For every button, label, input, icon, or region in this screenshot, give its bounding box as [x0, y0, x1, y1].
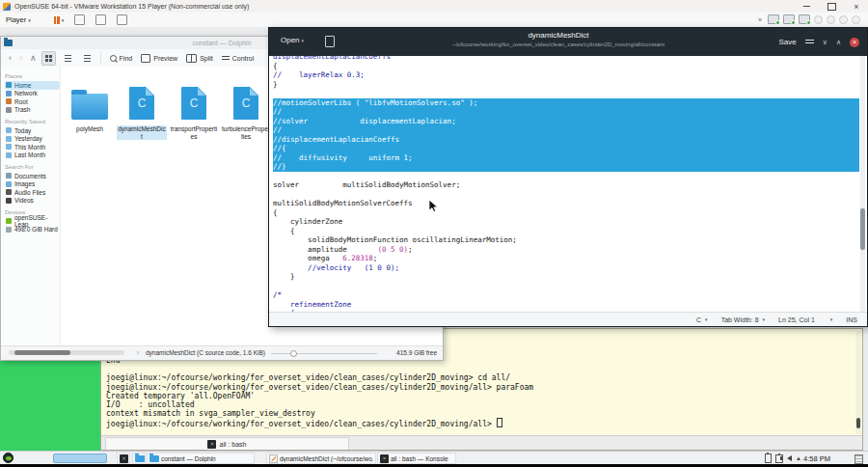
close-button[interactable]: × [845, 0, 868, 13]
code-line [273, 190, 859, 200]
application-launcher-icon[interactable] [3, 453, 14, 463]
taskbar-task-konsole[interactable]: > [117, 453, 130, 464]
save-button[interactable]: Save [779, 38, 797, 46]
desktop-pager[interactable] [53, 453, 107, 463]
player-menu-caret-icon: ▾ [28, 17, 31, 23]
taskbar-task-all-bash-konsole[interactable]: >all : bash — Konsole [377, 453, 456, 464]
send-ctrl-alt-del-icon[interactable] [74, 14, 85, 25]
taskbar-task-constant-dolphin[interactable]: constant — Dolphin [147, 453, 255, 464]
fullscreen-icon[interactable] [95, 14, 106, 25]
editor-scrollbar-thumb[interactable] [860, 208, 865, 250]
calendar-icon [6, 144, 12, 150]
vmware-titlebar: OpenSUSE 64-bit - VMware Workstation 15 … [0, 0, 868, 14]
extra-device-icon[interactable] [852, 15, 860, 24]
horizontal-scrollbar[interactable] [9, 350, 124, 355]
search-icon [110, 55, 117, 62]
network-device-icon[interactable] [799, 14, 810, 24]
cdrom-device-icon[interactable] [783, 14, 795, 24]
tray-expand-icon[interactable]: ▲ [796, 455, 801, 461]
sidebar-item-trash[interactable]: Trash [5, 106, 60, 115]
sidebar-item-audio-files[interactable]: Audio Files [5, 188, 60, 197]
open-button[interactable]: Open▾ [281, 36, 304, 44]
sidebar-item-label: Home [14, 82, 31, 89]
file-item-polyMesh[interactable]: polyMesh [65, 84, 115, 133]
sidebar-item-498-0-gib-hard[interactable]: 498.0 GiB Hard [5, 226, 60, 234]
file-item-dynamicMeshDict[interactable]: CdynamicMeshDict [117, 84, 167, 140]
split-button[interactable]: Split [186, 54, 213, 63]
battery-icon[interactable] [765, 453, 772, 463]
control-button[interactable]: Control [222, 55, 255, 62]
code-line: // [273, 125, 859, 135]
minimize-button[interactable] [795, 0, 818, 13]
panel-toggle-icon[interactable] [854, 454, 863, 464]
sidebar-item-images[interactable]: Images [5, 180, 60, 189]
sidebar-item-last-month[interactable]: Last Month [5, 151, 60, 160]
sidebar-item-videos[interactable]: Videos [5, 197, 60, 206]
details-view-button[interactable] [80, 51, 95, 66]
sidebar-item-opensuse-leap[interactable]: openSUSE-Leap [5, 217, 60, 226]
system-tray: ▲ [765, 453, 801, 463]
sidebar-item-network[interactable]: Network [5, 90, 60, 98]
harddisk-device-icon[interactable] [768, 14, 779, 24]
new-document-icon[interactable] [325, 36, 335, 47]
icons-view-button[interactable] [41, 51, 56, 66]
sidebar-item-today[interactable]: Today [5, 126, 60, 135]
editor-titlebar[interactable]: Open▾ dynamicMeshDict ~/ofcourse/working… [269, 28, 867, 56]
preview-button[interactable]: Preview [141, 54, 177, 63]
home-icon [6, 82, 12, 88]
file-item-transportProperties[interactable]: CtransportProperties [169, 84, 219, 140]
back-icon[interactable]: ‹ [9, 53, 12, 63]
editor-menu-icon[interactable] [805, 40, 814, 45]
sidebar-item-label: Documents [14, 173, 46, 179]
usb-device-icon[interactable] [827, 15, 835, 24]
player-menu-button[interactable]: Player [6, 15, 26, 24]
chevron-down-icon[interactable]: ∨ [823, 39, 827, 46]
sidebar-item-documents[interactable]: Documents [5, 172, 60, 180]
tab-width-select[interactable]: Tab Width: 8▾ [721, 316, 765, 323]
maximize-button[interactable] [820, 0, 843, 13]
clock[interactable]: 4:58 PM [803, 452, 830, 465]
taskbar-task-folder[interactable] [132, 453, 146, 464]
dolphin-statusbar: › dynamicMeshDict (C source code, 1.6 Ki… [1, 345, 443, 360]
sidebar-item-label: Last Month [14, 151, 45, 158]
editor-code[interactable]: displacementLaplacianCoeffs{// layerRela… [269, 56, 859, 313]
file-name-label: polyMesh [75, 125, 104, 133]
find-button[interactable]: Find [110, 55, 133, 62]
compact-view-button[interactable] [61, 51, 75, 66]
terminal-tab[interactable]: > all : bash [105, 437, 349, 450]
language-select[interactable]: C▾ [696, 316, 708, 323]
forward-icon[interactable]: › [19, 53, 22, 63]
device-expand-icon[interactable]: » [758, 16, 762, 23]
horizontal-scrollbar-thumb[interactable] [14, 350, 70, 355]
volume-icon[interactable] [787, 455, 792, 461]
sidebar-item-yesterday[interactable]: Yesterday [5, 135, 60, 144]
editor-close-icon[interactable]: × [850, 38, 859, 47]
suse-icon [6, 218, 12, 224]
vmware-logo-icon [3, 3, 11, 11]
chevron-up-icon[interactable]: ∧ [836, 39, 841, 46]
file-item-turbulenceProperties[interactable]: CturbulenceProperties [221, 84, 271, 140]
editor-scrollbar[interactable] [860, 56, 865, 313]
sound-device-icon[interactable] [814, 15, 823, 24]
status-dropdown-icon[interactable]: ▾ [830, 316, 833, 322]
sidebar-item-root[interactable]: Root [5, 97, 60, 106]
code-line: //} [273, 162, 859, 172]
zoom-slider[interactable] [271, 353, 377, 354]
sidebar-item-this-month[interactable]: This Month [5, 143, 60, 151]
taskbar-task-dynamicmeshdict-ofco[interactable]: dynamicMeshDict (~/ofcourse/wo... [266, 453, 376, 464]
sidebar-item-label: Yesterday [14, 135, 42, 142]
up-icon[interactable]: ∧ [30, 53, 37, 63]
unity-mode-icon[interactable] [117, 14, 127, 25]
terminal-scrollbar[interactable] [855, 331, 861, 434]
insert-mode-label[interactable]: INS [846, 316, 857, 323]
printer-device-icon[interactable] [839, 15, 848, 24]
free-space-label: 415.9 GiB free [396, 349, 437, 356]
c-file-icon: C [233, 84, 258, 123]
folder-glyph [71, 94, 108, 120]
sidebar-item-home[interactable]: Home [5, 81, 60, 90]
suspend-vm-button[interactable] [54, 16, 60, 24]
terminal-scrollbar-thumb[interactable] [856, 418, 860, 428]
status-chevron-icon[interactable]: › [137, 349, 139, 356]
zoom-slider-handle[interactable] [290, 350, 297, 357]
file-name-label: dynamicMeshDict [117, 125, 167, 140]
